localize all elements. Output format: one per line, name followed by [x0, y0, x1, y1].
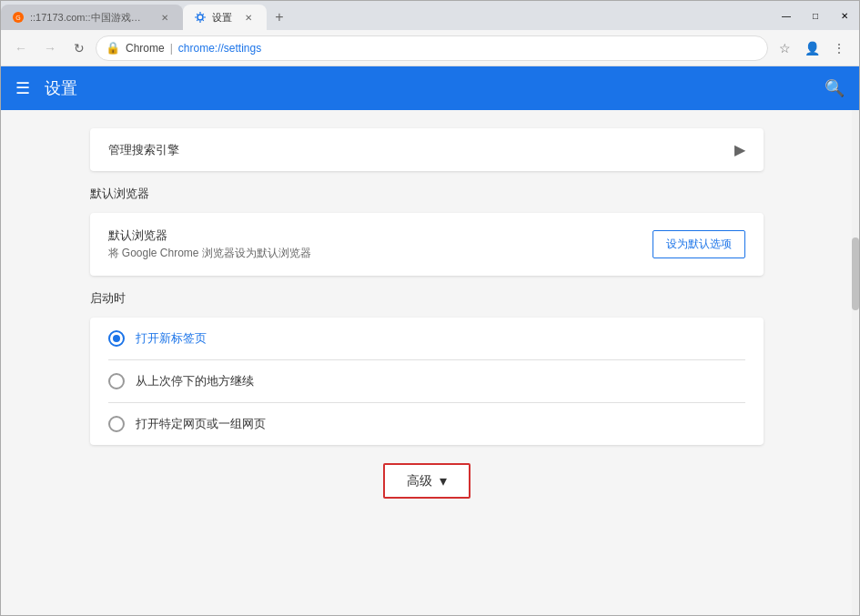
- search-icon[interactable]: 🔍: [825, 78, 845, 98]
- address-bar-actions: ☆ 👤 ⋮: [772, 35, 852, 61]
- advanced-button[interactable]: 高级 ▾: [383, 463, 470, 499]
- browser-body: ☰ 设置 🔍 管理搜索引擎 ▶: [1, 66, 859, 615]
- tab-bar: G ::17173.com::中国游戏门户站 ✕ 设置 ✕ +: [1, 1, 772, 30]
- more-button[interactable]: ⋮: [826, 35, 852, 61]
- svg-point-2: [197, 15, 203, 20]
- svg-text:G: G: [15, 15, 20, 21]
- settings-tab-icon: [194, 11, 207, 24]
- set-default-button[interactable]: 设为默认选项: [653, 230, 745, 258]
- address-bar: ← → ↻ 🔒 Chrome | chrome://settings ☆ 👤 ⋮: [1, 30, 859, 66]
- default-browser-row: 默认浏览器 将 Google Chrome 浏览器设为默认浏览器 设为默认选项: [90, 213, 764, 276]
- minimize-button[interactable]: —: [772, 1, 801, 30]
- startup-section-title: 启动时: [90, 290, 764, 307]
- search-engine-arrow: ▶: [734, 141, 745, 158]
- tab-settings-close[interactable]: ✕: [241, 10, 256, 25]
- advanced-section: 高级 ▾: [90, 463, 764, 499]
- url-path: chrome://settings: [178, 42, 261, 55]
- title-bar: G ::17173.com::中国游戏门户站 ✕ 设置 ✕ + — □ ✕: [1, 1, 859, 30]
- tab-game[interactable]: G ::17173.com::中国游戏门户站 ✕: [1, 5, 183, 30]
- new-tab-button[interactable]: +: [267, 5, 292, 30]
- close-button[interactable]: ✕: [830, 1, 859, 30]
- account-button[interactable]: 👤: [799, 35, 825, 61]
- chrome-label: Chrome: [126, 42, 165, 55]
- radio-button-0[interactable]: [108, 330, 125, 347]
- default-browser-section-title: 默认浏览器: [90, 186, 764, 202]
- radio-button-1[interactable]: [108, 373, 125, 389]
- settings-page-title: 设置: [45, 77, 77, 99]
- window-controls: — □ ✕: [772, 1, 859, 30]
- scrollbar[interactable]: [852, 110, 859, 615]
- settings-main: 管理搜索引擎 ▶ 默认浏览器 默认浏览器 将 Google Chrome 浏览器…: [35, 110, 818, 615]
- secure-icon: 🔒: [106, 41, 120, 55]
- radio-inner-0: [113, 335, 120, 342]
- startup-label-0: 打开新标签页: [136, 330, 207, 347]
- game-tab-icon: G: [12, 11, 25, 24]
- radio-button-2[interactable]: [108, 416, 125, 432]
- default-browser-info: 默认浏览器 将 Google Chrome 浏览器设为默认浏览器: [108, 227, 653, 261]
- startup-option-2[interactable]: 打开特定网页或一组网页: [90, 403, 764, 445]
- forward-button[interactable]: →: [37, 35, 63, 61]
- settings-header: ☰ 设置 🔍: [1, 66, 859, 110]
- browser-window: G ::17173.com::中国游戏门户站 ✕ 设置 ✕ + — □ ✕ ← …: [0, 0, 860, 616]
- url-separator: |: [170, 42, 173, 55]
- startup-option-0[interactable]: 打开新标签页: [90, 318, 764, 359]
- default-browser-sub-label: 将 Google Chrome 浏览器设为默认浏览器: [108, 246, 653, 261]
- search-engine-label: 管理搜索引擎: [108, 142, 734, 158]
- startup-label-2: 打开特定网页或一组网页: [136, 416, 266, 432]
- tab-settings-label: 设置: [212, 11, 232, 25]
- search-engine-row[interactable]: 管理搜索引擎 ▶: [90, 128, 764, 171]
- tab-game-close[interactable]: ✕: [157, 10, 172, 25]
- search-engine-card: 管理搜索引擎 ▶: [90, 128, 764, 171]
- default-browser-card: 默认浏览器 将 Google Chrome 浏览器设为默认浏览器 设为默认选项: [90, 213, 764, 276]
- url-bar[interactable]: 🔒 Chrome | chrome://settings: [96, 35, 768, 61]
- default-browser-main-label: 默认浏览器: [108, 227, 653, 244]
- settings-content: 管理搜索引擎 ▶ 默认浏览器 默认浏览器 将 Google Chrome 浏览器…: [1, 110, 852, 615]
- startup-option-1[interactable]: 从上次停下的地方继续: [90, 360, 764, 402]
- scroll-thumb[interactable]: [852, 237, 859, 310]
- tab-game-label: ::17173.com::中国游戏门户站: [30, 11, 148, 25]
- reload-button[interactable]: ↻: [66, 35, 92, 61]
- advanced-arrow-icon: ▾: [440, 472, 447, 490]
- maximize-button[interactable]: □: [801, 1, 830, 30]
- hamburger-icon[interactable]: ☰: [15, 78, 30, 98]
- back-button[interactable]: ←: [8, 35, 34, 61]
- startup-label-1: 从上次停下的地方继续: [136, 373, 254, 389]
- startup-card: 打开新标签页 从上次停下的地方继续: [90, 318, 764, 445]
- advanced-button-label: 高级: [407, 473, 432, 490]
- settings-page: ☰ 设置 🔍 管理搜索引擎 ▶: [1, 66, 859, 615]
- bookmark-button[interactable]: ☆: [772, 35, 797, 61]
- tab-settings[interactable]: 设置 ✕: [183, 5, 267, 30]
